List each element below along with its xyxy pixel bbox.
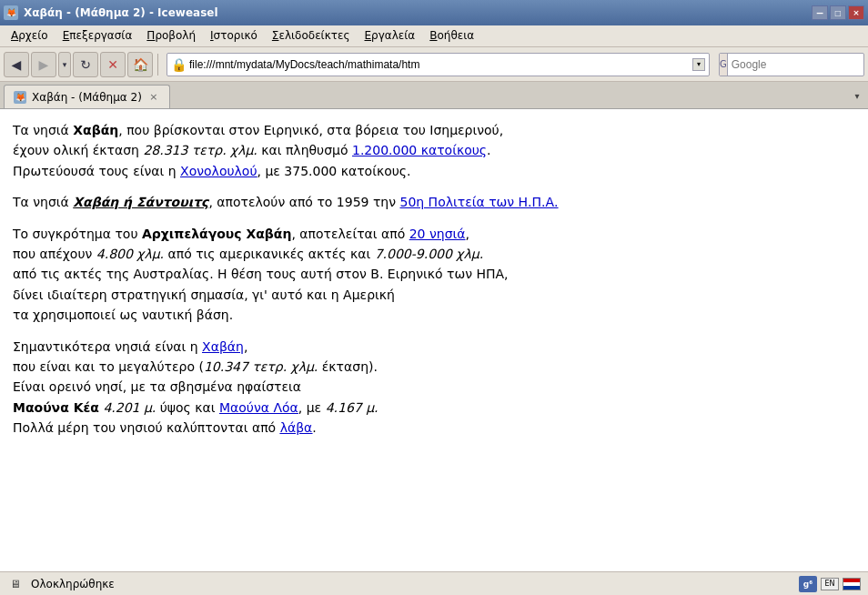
forward-button[interactable]: ▶	[31, 52, 56, 77]
menu-file[interactable]: Αρχείο	[4, 27, 56, 45]
titlebar-title: Χαβάη - (Μάθημα 2) - Iceweasel	[24, 6, 812, 19]
search-input[interactable]	[728, 58, 868, 71]
distance-2: 7.000-9.000 χλμ.	[375, 247, 483, 261]
address-icon: 🔒	[171, 57, 186, 72]
back-button[interactable]: ◀	[4, 52, 29, 77]
close-button[interactable]: ×	[848, 5, 864, 20]
tabbar: 🦊 Χαβάη - (Μάθημα 2) × ▾	[0, 82, 868, 109]
minimize-button[interactable]: −	[812, 5, 828, 20]
population-link[interactable]: 1.200.000 κατοίκους	[352, 143, 487, 157]
20-islands-link[interactable]: 20 νησιά	[409, 227, 466, 241]
home-button[interactable]: 🏠	[127, 52, 153, 77]
reload-button[interactable]: ↻	[73, 52, 98, 77]
mauna-loa-link[interactable]: Μαούνα Λόα	[219, 400, 298, 415]
titlebar-icon: 🦊	[4, 5, 18, 20]
hawaii-island-link[interactable]: Χαβάη	[202, 339, 244, 354]
bold-italic-hawaii: Χαβάη ή Σάντουιτς	[73, 195, 208, 209]
maximize-button[interactable]: □	[830, 5, 846, 20]
menu-bookmarks[interactable]: Σελιδοδείκτες	[265, 27, 358, 45]
status-text: Ολοκληρώθηκε	[31, 578, 792, 590]
statusbar: 🖥 Ολοκληρώθηκε g⁶ EN	[0, 571, 868, 595]
dropdown-button[interactable]: ▾	[58, 52, 71, 77]
mauna-kea-height: 4.201 μ.	[103, 400, 156, 415]
status-icon: 🖥	[7, 576, 24, 592]
language-flag: EN	[821, 578, 839, 590]
titlebar: 🦊 Χαβάη - (Μάθημα 2) - Iceweasel − □ ×	[0, 0, 868, 25]
bold-hawaii-1: Χαβάη	[73, 123, 118, 137]
tab-title: Χαβάη - (Μάθημα 2)	[32, 91, 142, 104]
search-engine-icon[interactable]: G	[720, 54, 728, 76]
toolbar-separator	[157, 54, 158, 76]
address-input[interactable]	[189, 58, 692, 71]
distance-1: 4.800 χλμ.	[96, 247, 164, 261]
mauna-loa-height: 4.167 μ.	[326, 400, 378, 415]
hawaii-area: 10.347 τετρ. χλμ.	[204, 359, 318, 374]
paragraph-2: Τα νησιά Χαβάη ή Σάντουιτς, αποτελούν απ…	[13, 192, 855, 212]
paragraph-4: Σημαντικότερα νησιά είναι η Χαβάη, που ε…	[13, 337, 855, 439]
menubar: Αρχείο Επεξεργασία Προβολή Ιστορικό Σελι…	[0, 25, 868, 47]
search-bar: G 🔍	[719, 53, 864, 76]
tab-favicon: 🦊	[14, 91, 26, 104]
country-flag	[843, 578, 861, 590]
honolulu-link[interactable]: Χονολουλού	[180, 164, 257, 178]
lava-link[interactable]: λάβα	[280, 420, 313, 435]
content-area: Τα νησιά Χαβάη, που βρίσκονται στον Ειρη…	[0, 109, 868, 571]
tab-close-button[interactable]: ×	[147, 91, 160, 104]
address-dropdown[interactable]: ▾	[692, 58, 705, 71]
50th-state-link[interactable]: 50η Πολιτεία των Η.Π.Α.	[399, 195, 558, 209]
paragraph-3: Το συγκρότημα του Αρχιπελάγους Χαβάη, απ…	[13, 224, 855, 326]
paragraph-1: Τα νησιά Χαβάη, που βρίσκονται στον Ειρη…	[13, 120, 855, 181]
addon-icon: g⁶	[799, 576, 817, 592]
active-tab[interactable]: 🦊 Χαβάη - (Μάθημα 2) ×	[4, 85, 170, 108]
tabbar-arrow[interactable]: ▾	[846, 83, 868, 108]
archipelago-bold: Αρχιπελάγους Χαβάη	[142, 227, 292, 241]
menu-help[interactable]: Βοήθεια	[422, 27, 481, 45]
status-right-area: g⁶ EN	[799, 576, 861, 592]
address-bar: 🔒 ▾	[167, 53, 710, 76]
menu-tools[interactable]: Εργαλεία	[358, 27, 423, 45]
menu-history[interactable]: Ιστορικό	[203, 27, 265, 45]
toolbar: ◀ ▶ ▾ ↻ ✕ 🏠 🔒 ▾ G 🔍	[0, 47, 868, 82]
titlebar-buttons: − □ ×	[812, 5, 864, 20]
menu-view[interactable]: Προβολή	[139, 27, 203, 45]
mauna-kea-bold: Μαούνα Κέα	[13, 400, 99, 415]
area-value: 28.313 τετρ. χλμ.	[143, 143, 257, 157]
stop-button[interactable]: ✕	[100, 52, 126, 77]
menu-edit[interactable]: Επεξεργασία	[56, 27, 140, 45]
